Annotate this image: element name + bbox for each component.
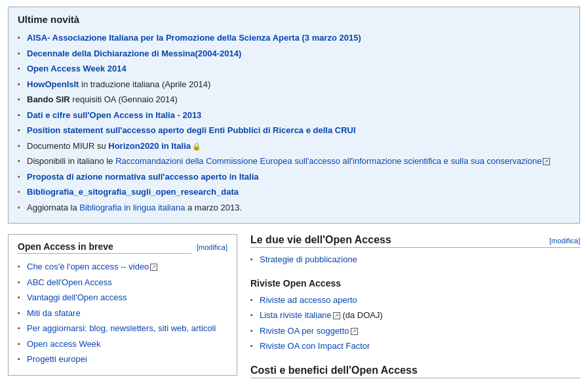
- list-item: Dati e cifre sull'Open Access in Italia …: [18, 108, 570, 123]
- list-item: Strategie di pubblicazione: [250, 252, 580, 268]
- page-wrapper: Ultime novità AISA- Associazione Italian…: [0, 0, 588, 379]
- news-link-9[interactable]: Raccomandazioni della Commissione Europe…: [115, 156, 541, 166]
- riviste-suffix-2: (da DOAJ): [340, 310, 383, 320]
- left-link-1[interactable]: Che cos'è l'open access -- video: [27, 262, 149, 271]
- due-vie-edit: [modifica]: [549, 237, 580, 245]
- news-link-2[interactable]: Decennale della Dichiarazione di Messina…: [27, 49, 241, 58]
- news-link-3[interactable]: Open Access Week 2014: [27, 64, 127, 73]
- news-title: Ultime novità: [18, 14, 570, 25]
- list-item: AISA- Associazione Italiana per la Promo…: [18, 30, 570, 46]
- right-column: Le due vie dell'Open Access [modifica] S…: [250, 234, 580, 378]
- due-vie-header: Le due vie dell'Open Access [modifica]: [250, 234, 580, 248]
- open-access-breve-box: Open Access in breve [modifica] Che cos'…: [8, 234, 237, 376]
- news-text-5: requisiti OA (Gennaio 2014): [70, 94, 178, 104]
- list-item: Per aggiornarsi: blog, newsletters, siti…: [18, 321, 227, 336]
- costi-title: Costi e benefici dell'Open Access: [250, 365, 580, 376]
- due-vie-section: Le due vie dell'Open Access [modifica] S…: [250, 234, 580, 268]
- riviste-title: Riviste Open Access: [250, 278, 580, 289]
- riviste-link-2[interactable]: Lista riviste italiane: [260, 310, 332, 320]
- riviste-section: Riviste Open Access Riviste ad accesso a…: [250, 278, 580, 354]
- news-text-12b: a marzo 2013.: [185, 203, 242, 212]
- news-link-1[interactable]: AISA- Associazione Italiana per la Promo…: [27, 33, 361, 43]
- left-link-5[interactable]: Per aggiornarsi: blog, newsletters, siti…: [27, 323, 216, 333]
- list-item: Progetti europei: [18, 351, 227, 367]
- list-item: Vantaggi dell'Open access: [18, 290, 227, 306]
- left-link-3[interactable]: Vantaggi dell'Open access: [27, 292, 127, 302]
- left-link-6[interactable]: Open access Week: [27, 339, 100, 349]
- due-vie-list: Strategie di pubblicazione: [250, 252, 580, 268]
- riviste-link-1[interactable]: Riviste ad accesso aperto: [260, 295, 357, 305]
- list-item: Lista riviste italiane↗ (da DOAJ): [250, 308, 580, 323]
- list-item: Proposta di azione normativa sull'access…: [18, 169, 570, 185]
- news-link-11[interactable]: Bibliografia_e_sitografia_sugli_open_res…: [27, 187, 239, 197]
- ext-icon-riviste2: ↗: [333, 312, 340, 319]
- ext-icon-riviste3: ↗: [351, 328, 358, 335]
- left-link-2[interactable]: ABC dell'Open Access: [27, 277, 112, 287]
- news-box: Ultime novità AISA- Associazione Italian…: [8, 7, 580, 224]
- news-link-12[interactable]: Bibliografia in lingua italiana: [79, 203, 185, 212]
- list-item: Miti da sfatare: [18, 306, 227, 321]
- list-item: Riviste OA per soggetto↗: [250, 323, 580, 339]
- due-vie-link-1[interactable]: Strategie di pubblicazione: [260, 254, 357, 264]
- news-link-10[interactable]: Proposta di azione normativa sull'access…: [27, 172, 258, 182]
- left-link-4[interactable]: Miti da sfatare: [27, 308, 81, 318]
- list-item: Riviste ad accesso aperto: [250, 292, 580, 308]
- left-section-title: Open Access in breve: [18, 241, 191, 254]
- costi-section: Costi e benefici dell'Open Access: [250, 365, 580, 378]
- news-list: AISA- Associazione Italiana per la Promo…: [18, 30, 570, 215]
- news-text-12a: Aggiornata la: [27, 203, 79, 212]
- list-item: Decennale della Dichiarazione di Messina…: [18, 46, 570, 62]
- list-item: Bando SIR requisiti OA (Gennaio 2014): [18, 92, 570, 108]
- left-section-edit-link[interactable]: [modifica]: [197, 243, 227, 251]
- riviste-link-4[interactable]: Riviste OA con Impact Factor: [260, 341, 370, 351]
- list-item: Bibliografia_e_sitografia_sugli_open_res…: [18, 184, 570, 200]
- news-link-7[interactable]: Position statement sull'accesso aperto d…: [27, 125, 356, 135]
- news-text-9a: Disponibili in italiano le: [27, 156, 115, 166]
- left-column: Open Access in breve [modifica] Che cos'…: [8, 234, 237, 379]
- list-item: Open Access Week 2014: [18, 61, 570, 77]
- list-item: ABC dell'Open Access: [18, 275, 227, 290]
- list-item: Documento MIUR su Horizon2020 in Italia🔒: [18, 138, 570, 154]
- due-vie-edit-link[interactable]: [modifica]: [549, 237, 580, 245]
- left-section-edit: [modifica]: [197, 243, 227, 251]
- news-link-4[interactable]: HowOpenIsIt: [27, 79, 79, 89]
- left-section-header: Open Access in breve [modifica]: [18, 241, 227, 254]
- list-item: Riviste OA con Impact Factor: [250, 338, 580, 354]
- list-item: HowOpenIsIt in traduzione italiana (Apri…: [18, 77, 570, 92]
- left-section-list: Che cos'è l'open access -- video↗ ABC de…: [18, 259, 227, 367]
- list-item: Open access Week: [18, 336, 227, 352]
- list-item: Aggiornata la Bibliografia in lingua ita…: [18, 200, 570, 216]
- news-text-8a: Documento MIUR su: [27, 141, 108, 151]
- two-col-layout: Open Access in breve [modifica] Che cos'…: [8, 234, 580, 379]
- due-vie-title: Le due vie dell'Open Access: [250, 234, 391, 246]
- news-bold-5: Bando SIR: [27, 94, 70, 104]
- ext-icon-9: ↗: [543, 158, 550, 165]
- lock-icon: 🔒: [192, 141, 201, 152]
- ext-icon-left1: ↗: [150, 264, 157, 271]
- riviste-link-3[interactable]: Riviste OA per soggetto: [260, 326, 349, 336]
- news-link-6[interactable]: Dati e cifre sull'Open Access in Italia …: [27, 110, 201, 120]
- list-item: Position statement sull'accesso aperto d…: [18, 123, 570, 138]
- list-item: Che cos'è l'open access -- video↗: [18, 259, 227, 275]
- left-link-7[interactable]: Progetti europei: [27, 354, 87, 364]
- riviste-list: Riviste ad accesso aperto Lista riviste …: [250, 292, 580, 354]
- news-text-4: in traduzione italiana (Aprile 2014): [79, 79, 210, 89]
- news-link-8[interactable]: Horizon2020 in Italia: [108, 141, 191, 151]
- list-item: Disponibili in italiano le Raccomandazio…: [18, 153, 570, 169]
